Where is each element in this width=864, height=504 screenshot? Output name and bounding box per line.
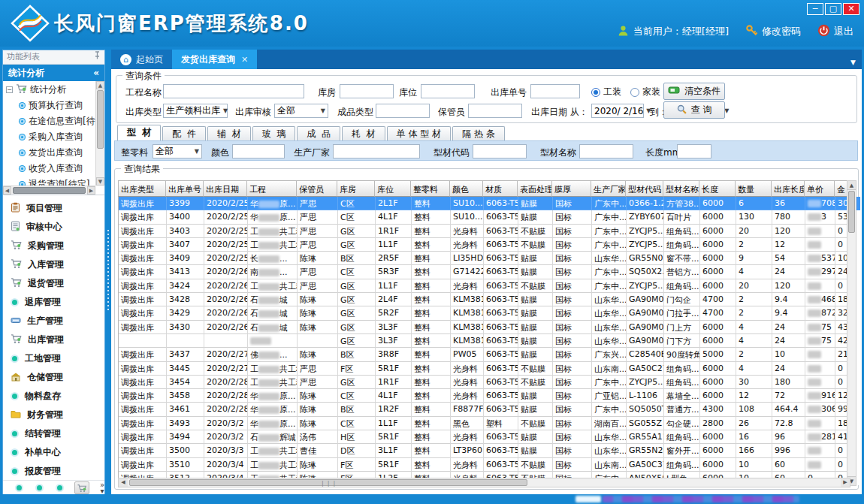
table-row[interactable]: 调拨出库34282020/2/26石城陈琳G区2L4F整料KLM38176063…	[119, 293, 860, 306]
sidebar-menu-item[interactable]: 项目管理	[3, 199, 104, 218]
sidebar-menu-item[interactable]: 生产管理	[3, 312, 104, 330]
tab-list-dropdown-icon[interactable]: ▼	[850, 59, 862, 69]
maximize-button[interactable]: ▢	[825, 3, 841, 15]
radio-industrial[interactable]: 工装	[591, 86, 621, 98]
column-header[interactable]: 整零料	[411, 180, 450, 197]
table-row[interactable]: 调拨出库33992020/2/25华原...严思C区2L1F整料SU10...6…	[119, 197, 860, 210]
table-row[interactable]: 调拨出库34582020/2/28华原...陈琳C区4L1F整料光身料6063-…	[119, 389, 860, 403]
table-row[interactable]: 调拨出库34292020/2/26石城陈琳G区5R2F整料KLM38176063…	[119, 306, 860, 320]
dot-icon[interactable]	[35, 484, 44, 492]
sidebar-section-header[interactable]: 统计分析 «	[3, 65, 104, 81]
sidebar-menu-item[interactable]: 报废管理	[3, 462, 104, 480]
scroll-down-icon[interactable]: ▼	[96, 177, 104, 186]
order-no-input[interactable]	[530, 84, 580, 98]
table-row[interactable]: G区3L3F整料KLM38176063-T5贴膜国标山东华...GA90M09.…	[119, 334, 860, 348]
material-tab[interactable]: 玻 璃	[252, 126, 296, 140]
tree-item[interactable]: 发货出库查询	[3, 145, 95, 161]
tree-root[interactable]: − 统计分析	[3, 81, 95, 98]
dot-icon[interactable]	[56, 484, 64, 492]
sidebar-menu-item[interactable]: 审核中心	[3, 218, 104, 237]
tree-expander-icon[interactable]: −	[6, 86, 13, 93]
length-input[interactable]	[677, 144, 711, 158]
profile-code-input[interactable]	[473, 144, 527, 158]
column-header[interactable]: 材质	[483, 180, 518, 197]
tree-item[interactable]: 在途信息查询[待	[3, 113, 95, 129]
table-row[interactable]: 调拨出库34002020/2/25华原...严思C区4L1F整料SU10...6…	[119, 210, 860, 224]
sidebar-menu-item[interactable]: 结转管理	[3, 424, 104, 443]
column-header[interactable]: 出库长度	[772, 180, 805, 197]
scroll-up-icon[interactable]: ▲	[847, 181, 856, 190]
sidebar-splitter[interactable]	[105, 50, 111, 496]
sidebar-menu-item[interactable]: 财务管理	[3, 406, 104, 424]
tab-close-icon[interactable]: ✕	[241, 55, 248, 65]
tab-shipment-query[interactable]: 发货出库查询 ✕	[172, 50, 257, 69]
table-row[interactable]: 调拨出库34542020/2/28工共工程严思G区1R1F整料光身料6063-T…	[119, 376, 860, 389]
color-input[interactable]	[232, 144, 285, 158]
tree-horizontal-scrollbar[interactable]: ◀ ▶	[3, 186, 95, 195]
material-tab[interactable]: 耗 材	[342, 126, 385, 140]
sidebar-menu-item[interactable]: 采购管理	[3, 237, 104, 255]
table-row[interactable]: 调拨出库34242020/2/26工共工程严思G区1L1F整料光身料6063-T…	[119, 279, 860, 293]
pin-icon[interactable]	[94, 50, 101, 64]
whole-piece-combo[interactable]: 全部▼	[153, 144, 202, 158]
scroll-right-icon[interactable]: ▶	[87, 186, 95, 195]
material-tab[interactable]: 配 件	[162, 126, 206, 140]
profile-name-input[interactable]	[579, 144, 633, 158]
manufacturer-input[interactable]	[333, 144, 420, 158]
column-header[interactable]: 出库类型	[118, 180, 166, 197]
search-button[interactable]: 查 询	[663, 101, 725, 119]
sidebar-menu-item[interactable]: 退货管理	[3, 274, 104, 293]
table-row[interactable]: 调拨出库34942020/3/2石辉城汤伟H区5R1F整料光身料6063-T5贴…	[119, 430, 860, 444]
collapse-icon[interactable]: «	[93, 65, 99, 81]
keeper-input[interactable]	[468, 104, 522, 118]
location-input[interactable]	[421, 84, 475, 98]
sidebar-menu-item[interactable]: 仓储管理	[3, 368, 104, 387]
column-header[interactable]: 出库日期	[204, 180, 247, 197]
tree-item[interactable]: 采购入库查询	[3, 129, 95, 145]
column-header[interactable]: 生产厂家	[591, 180, 626, 197]
column-header[interactable]: 工程	[247, 180, 297, 197]
table-row[interactable]: 调拨出库34932020/3/2华原...陈琳C区1L1F整料黑色塑料不贴膜国标…	[119, 417, 860, 430]
table-row[interactable]: 调拨出库34072020/2/25工共工程严思G区1L1F整料光身料6063-T…	[119, 238, 860, 252]
radio-home[interactable]: 家装	[630, 86, 660, 98]
project-name-input[interactable]	[163, 84, 304, 98]
table-row[interactable]: 调拨出库35102020/3/4工共工程陈琳F区5R1F整料光身料6063-T5…	[119, 458, 860, 472]
sidebar-menu-item[interactable]: 补单中心	[3, 443, 104, 462]
material-tab[interactable]: 型 材	[117, 125, 161, 140]
warehouse-input[interactable]	[340, 84, 394, 98]
sidebar-menu-item[interactable]: 入库管理	[3, 255, 104, 274]
material-tab[interactable]: 隔 热 条	[452, 126, 505, 140]
close-button[interactable]: ✕	[843, 3, 859, 15]
sidebar-menu-item[interactable]: 物料盘存	[3, 387, 104, 406]
column-header[interactable]: 库房	[337, 180, 375, 197]
column-header[interactable]: 保管员	[297, 180, 337, 197]
table-row[interactable]: 调拨出库34032020/2/25工共工程严思G区1R1F整料光身料6063-T…	[119, 225, 860, 238]
column-header[interactable]: 长度	[699, 180, 736, 197]
column-header[interactable]: 型材名称	[663, 180, 699, 197]
product-type-input[interactable]	[376, 104, 430, 118]
tab-home[interactable]: ⌂ 起始页	[111, 50, 172, 69]
column-header[interactable]: 单价	[805, 180, 835, 197]
sidebar-menu-item[interactable]: 工地管理	[3, 349, 104, 368]
date-from-picker[interactable]: 2020/ 2/16▼	[591, 104, 644, 118]
table-row[interactable]: 调拨出库34092020/2/25长...陈琳B区2R5F整料LI35HD606…	[119, 252, 860, 265]
scroll-right-icon[interactable]: ▶	[841, 478, 850, 487]
material-tab[interactable]: 辅 材	[207, 126, 251, 140]
cart-shortcut-button[interactable]	[74, 481, 89, 494]
table-row[interactable]: 调拨出库34302020/2/26石城陈琳G区3L3F整料KLM38176063…	[119, 321, 860, 334]
logout-button[interactable]: 退出	[817, 24, 853, 39]
column-header[interactable]: 颜色	[450, 180, 483, 197]
tree-item[interactable]: 预算执行查询	[3, 98, 95, 113]
tree-item[interactable]: 收货入库查询	[3, 161, 95, 177]
minimize-button[interactable]: ─	[807, 3, 823, 15]
column-header[interactable]: 膜厚	[552, 180, 591, 197]
column-header[interactable]: 型材代码	[626, 180, 663, 197]
tree-vertical-scrollbar[interactable]: ▲ ▼	[95, 81, 104, 186]
tree-item[interactable]: 退货查询[待定]	[3, 177, 95, 186]
change-password-button[interactable]: 修改密码	[745, 24, 801, 39]
clear-conditions-button[interactable]: 清空条件	[663, 83, 725, 100]
material-tab[interactable]: 成 品	[297, 126, 340, 140]
column-header[interactable]: 数量	[736, 180, 772, 197]
table-row[interactable]: 调拨出库34452020/2/27工共工程严思F区5R1F整料光身料6063-T…	[119, 362, 860, 376]
dot-icon[interactable]	[15, 484, 23, 492]
